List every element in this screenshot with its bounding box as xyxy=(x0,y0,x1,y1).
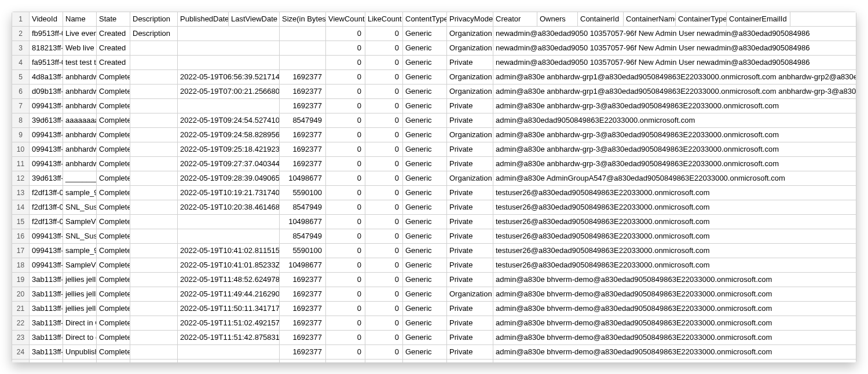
cell-name[interactable]: anbhardw xyxy=(63,142,97,157)
cell-publisheddate[interactable]: 2022-05-19T09:28:39.0490659 xyxy=(178,171,280,186)
cell-description[interactable] xyxy=(130,316,178,331)
cell-description[interactable] xyxy=(130,287,178,302)
cell-creator-owners-tail[interactable]: admin@a830e anbhardw-grp-3@a830edad90508… xyxy=(493,99,856,113)
col-containerid[interactable]: ContainerId xyxy=(578,12,624,27)
cell-state[interactable]: Completed xyxy=(97,128,130,142)
cell-state[interactable]: Created xyxy=(97,56,130,70)
cell-viewcount[interactable]: 0 xyxy=(326,287,365,302)
cell-name[interactable]: sample_96 xyxy=(63,244,97,258)
row-number[interactable]: 8 xyxy=(12,113,30,128)
cell-size[interactable]: 1692377 xyxy=(280,273,326,287)
cell-creator-owners-tail[interactable]: testuser26@a830edad9050849863E22033000.o… xyxy=(493,215,856,229)
cell-privacymode[interactable]: Private xyxy=(447,215,493,229)
cell-creator-owners-tail[interactable]: admin@a830e anbhardw-grp-3@a830edad90508… xyxy=(493,128,856,142)
cell-creator-owners-tail[interactable]: testuser26@a830edad9050849863E22033000.o… xyxy=(493,186,856,200)
cell-privacymode[interactable]: Organization xyxy=(447,85,493,99)
col-owners[interactable]: Owners xyxy=(537,12,578,27)
row-number[interactable]: 13 xyxy=(12,186,30,200)
row-number[interactable]: 5 xyxy=(12,70,30,85)
table-row[interactable]: 14f2df13ff-0SNL_SushiCompleted2022-05-19… xyxy=(12,200,856,215)
row-number[interactable]: 14 xyxy=(12,200,30,215)
cell-size[interactable]: 5590100 xyxy=(280,186,326,200)
cell-size[interactable]: 1692377 xyxy=(280,142,326,157)
cell-state[interactable]: Completed xyxy=(97,345,130,360)
cell-creator-owners-tail[interactable]: testuser26@a830edad9050849863E22033000.o… xyxy=(493,200,856,215)
cell-contenttype[interactable]: Generic xyxy=(403,258,447,273)
cell-privacymode[interactable]: Organization xyxy=(447,360,493,363)
cell-description[interactable] xyxy=(130,200,178,215)
cell-name[interactable]: jellies jelli xyxy=(63,273,97,287)
cell-likecount[interactable]: 0 xyxy=(365,128,403,142)
row-number[interactable]: 17 xyxy=(12,244,30,258)
cell-publisheddate[interactable] xyxy=(178,215,280,229)
cell-description[interactable] xyxy=(130,142,178,157)
cell-publisheddate[interactable] xyxy=(178,27,280,41)
cell-description[interactable] xyxy=(130,41,178,56)
col-privacymode[interactable]: PrivacyMode xyxy=(447,12,493,27)
cell-description[interactable] xyxy=(130,244,178,258)
cell-likecount[interactable]: 0 xyxy=(365,85,403,99)
cell-viewcount[interactable]: 0 xyxy=(326,113,365,128)
cell-viewcount[interactable]: 0 xyxy=(326,128,365,142)
cell-name[interactable]: SampleVid xyxy=(63,215,97,229)
table-row[interactable]: 1239d613ff-4________Completed2022-05-19T… xyxy=(12,171,856,186)
cell-likecount[interactable]: 0 xyxy=(365,142,403,157)
cell-viewcount[interactable]: 0 xyxy=(326,229,365,244)
cell-state[interactable]: Completed xyxy=(97,157,130,171)
cell-privacymode[interactable]: Organization xyxy=(447,41,493,56)
cell-privacymode[interactable]: Organization xyxy=(447,27,493,41)
cell-size[interactable]: 10498677 xyxy=(280,215,326,229)
cell-size[interactable] xyxy=(280,56,326,70)
cell-publisheddate[interactable]: 2022-05-19T10:19:21.7317402 xyxy=(178,186,280,200)
cell-likecount[interactable]: 0 xyxy=(365,258,403,273)
cell-privacymode[interactable]: Organization xyxy=(447,70,493,85)
cell-likecount[interactable]: 0 xyxy=(365,287,403,302)
cell-state[interactable]: Completed xyxy=(97,85,130,99)
cell-privacymode[interactable]: Private xyxy=(447,113,493,128)
cell-contenttype[interactable]: Generic xyxy=(403,186,447,200)
cell-state[interactable]: Completed xyxy=(97,142,130,157)
cell-publisheddate[interactable]: 2022-05-19T10:41:02.8115154 xyxy=(178,244,280,258)
cell-contenttype[interactable]: Generic xyxy=(403,142,447,157)
cell-state[interactable]: Created xyxy=(97,27,130,41)
cell-contenttype[interactable]: Generic xyxy=(403,113,447,128)
cell-videoid[interactable]: 4d8a13ff-4 xyxy=(30,70,63,85)
row-number-header[interactable]: 1 xyxy=(12,12,30,27)
cell-creator-owners-tail[interactable]: testuser26@a830edad9050849863E22033000.o… xyxy=(493,258,856,273)
table-row[interactable]: 7099413ff-4anbhardwCompleted169237700Gen… xyxy=(12,99,856,113)
cell-viewcount[interactable]: 0 xyxy=(326,41,365,56)
cell-privacymode[interactable]: Private xyxy=(447,157,493,171)
cell-viewcount[interactable]: 0 xyxy=(326,186,365,200)
table-row[interactable]: 2539d613ff-4bhverm - tCompleted2022-05-1… xyxy=(12,360,856,363)
cell-viewcount[interactable]: 0 xyxy=(326,258,365,273)
cell-description[interactable]: Description xyxy=(130,27,178,41)
table-row[interactable]: 193ab113ff-4jellies jelliCompleted2022-0… xyxy=(12,273,856,287)
cell-description[interactable] xyxy=(130,273,178,287)
cell-size[interactable]: 1692377 xyxy=(280,85,326,99)
cell-privacymode[interactable]: Private xyxy=(447,345,493,360)
row-number[interactable]: 23 xyxy=(12,331,30,345)
cell-likecount[interactable]: 0 xyxy=(365,331,403,345)
cell-viewcount[interactable]: 0 xyxy=(326,360,365,363)
cell-videoid[interactable]: 099413ff-4 xyxy=(30,142,63,157)
cell-videoid[interactable]: 3ab113ff-4 xyxy=(30,345,63,360)
cell-name[interactable]: anbhardw xyxy=(63,157,97,171)
cell-description[interactable] xyxy=(130,331,178,345)
cell-videoid[interactable]: 39d613ff-4 xyxy=(30,113,63,128)
col-lastviewdate[interactable]: LastViewDate xyxy=(229,12,280,27)
cell-privacymode[interactable]: Private xyxy=(447,142,493,157)
row-number[interactable]: 6 xyxy=(12,85,30,99)
cell-likecount[interactable]: 0 xyxy=(365,360,403,363)
cell-viewcount[interactable]: 0 xyxy=(326,331,365,345)
cell-likecount[interactable]: 0 xyxy=(365,273,403,287)
table-row[interactable]: 4fa9513ff-0test test tCreated00GenericPr… xyxy=(12,56,856,70)
cell-contenttype[interactable]: Generic xyxy=(403,99,447,113)
table-row[interactable]: 15f2df13ff-0SampleVidCompleted1049867700… xyxy=(12,215,856,229)
row-number[interactable]: 11 xyxy=(12,157,30,171)
cell-contenttype[interactable]: Generic xyxy=(403,215,447,229)
col-tail[interactable] xyxy=(790,12,856,27)
table-row[interactable]: 18099413ff-4SampleVidCompleted2022-05-19… xyxy=(12,258,856,273)
cell-description[interactable] xyxy=(130,360,178,363)
row-number[interactable]: 9 xyxy=(12,128,30,142)
cell-likecount[interactable]: 0 xyxy=(365,215,403,229)
